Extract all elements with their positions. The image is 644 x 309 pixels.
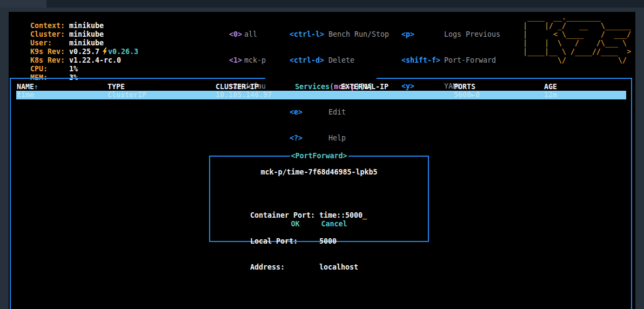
cell-type: ClusterIP [108, 91, 146, 99]
hotkey-ctrl-l: <ctrl-l> [290, 30, 328, 39]
dialog-pod-name: mck-p/time-7f68d46985-lpkb5 [210, 168, 428, 177]
port-forward-dialog: <PortForward> mck-p/time-7f68d46985-lpkb… [209, 156, 429, 242]
column-header-type: TYPE [108, 83, 125, 91]
cell-ports: 5000►0 [454, 91, 480, 99]
sort-arrow-icon: ↑ [34, 83, 38, 91]
hotkey-all: <0>all [229, 30, 274, 39]
ok-button[interactable]: OK [291, 220, 299, 229]
address-label: Address: [250, 263, 319, 272]
dialog-fields: Container Port:time::5000_ Local Port:50… [216, 185, 367, 280]
hotkey-shift-f: <shift-f> [401, 56, 444, 65]
hotkey-mck-p: <1>mck-p [229, 56, 274, 65]
local-port-label: Local Port: [250, 237, 319, 246]
hotkey-shift-f-label: Port-Forward [444, 56, 496, 64]
column-header-name-text: NAME [17, 83, 34, 91]
k9s-logo: ____ __.________ | |/ _/ __ \______ | < … [523, 13, 631, 65]
terminal-tab[interactable] [0, 0, 46, 8]
column-header-ports: PORTS [454, 83, 475, 91]
context-info: Context:minikube [13, 13, 104, 22]
user-info: User:minikube [13, 30, 104, 39]
local-port-value: 5000 [319, 237, 337, 245]
terminal-tab-bar [0, 0, 644, 8]
dialog-title: <PortForward> [290, 152, 348, 160]
hotkey-ctrl-d-label: Delete [328, 56, 354, 64]
address-field[interactable]: Address:localhost [216, 254, 367, 263]
cpu-info: CPU:1% [13, 56, 78, 65]
cell-name: time [17, 91, 34, 99]
column-header-cluster-ip: CLUSTER-IP [216, 83, 259, 91]
address-value: localhost [319, 263, 358, 271]
hotkey-1: <1> [229, 56, 244, 65]
container-port-value: time::5000 [319, 211, 363, 219]
column-header-external-ip: EXTERNAL-IP [341, 83, 388, 91]
hotkey-ctrl-d: <ctrl-d> [290, 56, 328, 65]
table-row-selected[interactable]: time ClusterIP 10.105.146.97 5000►0 12m [16, 91, 626, 99]
k9s-terminal: Context:minikube Cluster:minikube User:m… [9, 12, 635, 309]
hotkey-port-forward: <shift-f>Port-Forward [401, 56, 500, 65]
hotkey-delete: <ctrl-d>Delete [290, 56, 389, 65]
column-header-age: AGE [544, 83, 557, 91]
cancel-button[interactable]: Cancel [321, 220, 347, 229]
cell-cluster-ip: 10.105.146.97 [216, 91, 272, 99]
column-header-name: NAME↑ [17, 83, 38, 91]
mem-info: MEM:3% [13, 65, 78, 73]
hotkey-0: <0> [229, 30, 244, 39]
text-cursor: _ [363, 211, 367, 219]
k8s-rev-info: K8s Rev:v1.22.4-rc.0 [13, 48, 121, 56]
hotkey-p: <p> [401, 30, 444, 39]
dialog-buttons: OK Cancel [210, 220, 428, 229]
container-port-field[interactable]: Container Port:time::5000_ [216, 203, 367, 211]
container-port-label: Container Port: [250, 211, 319, 220]
cluster-info: Cluster:minikube [13, 22, 104, 30]
hotkey-p-label: Logs Previous [444, 30, 500, 38]
hotkey-0-label: all [244, 30, 257, 38]
hotkey-bench: <ctrl-l>Bench Run/Stop [290, 30, 389, 39]
k9s-rev-info: K9s Rev:v0.25.7v0.26.3 [13, 39, 138, 48]
local-port-field[interactable]: Local Port:5000 [216, 229, 367, 237]
hotkey-1-label: mck-p [244, 56, 266, 64]
hotkey-logs-previous: <p>Logs Previous [401, 30, 500, 39]
table-title-prefix: Services( [295, 83, 334, 91]
hotkey-ctrl-l-label: Bench Run/Stop [328, 30, 389, 38]
cell-age: 12m [544, 91, 557, 99]
